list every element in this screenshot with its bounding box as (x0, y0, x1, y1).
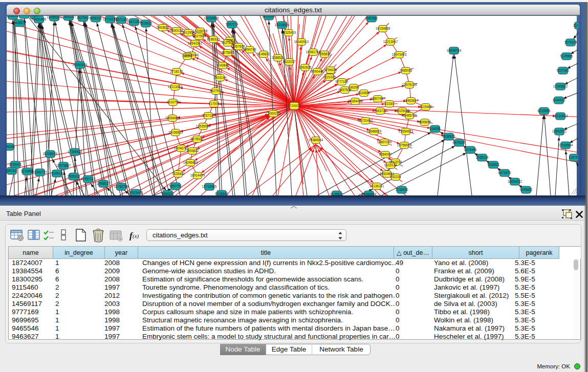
svg-text:2803144: 2803144 (214, 76, 227, 79)
svg-text:10543362: 10543362 (188, 41, 203, 45)
svg-text:9384067: 9384067 (379, 152, 392, 156)
svg-text:13535934: 13535934 (196, 124, 211, 128)
svg-text:3493822: 3493822 (186, 149, 199, 152)
svg-text:16640910: 16640910 (294, 40, 309, 43)
svg-text:7485063: 7485063 (400, 69, 412, 72)
svg-text:8186323: 8186323 (207, 37, 220, 41)
svg-text:1362635: 1362635 (299, 65, 312, 69)
svg-text:5578332: 5578332 (191, 137, 204, 141)
svg-text:8813054: 8813054 (263, 16, 275, 18)
svg-text:1724007: 1724007 (288, 104, 301, 107)
svg-text:3624554: 3624554 (358, 91, 371, 95)
svg-text:2646091: 2646091 (7, 145, 15, 148)
svg-text:12975125: 12975125 (402, 83, 417, 86)
svg-text:15300275: 15300275 (266, 112, 281, 115)
svg-text:98961: 98961 (183, 54, 192, 58)
svg-text:1621025: 1621025 (323, 75, 336, 79)
svg-text:17957223: 17957223 (81, 177, 96, 181)
svg-text:1117352: 1117352 (573, 24, 578, 27)
svg-text:1588520: 1588520 (272, 56, 285, 59)
svg-text:252234: 252234 (390, 175, 401, 179)
svg-text:10807487: 10807487 (371, 97, 385, 100)
svg-text:3267110: 3267110 (202, 114, 215, 117)
svg-text:19463627: 19463627 (404, 99, 419, 102)
svg-text:8938923: 8938923 (443, 135, 455, 138)
svg-text:7357274: 7357274 (226, 23, 238, 26)
svg-text:9899695: 9899695 (419, 120, 431, 124)
svg-text:2505115: 2505115 (68, 174, 80, 178)
svg-text:2087682: 2087682 (365, 16, 378, 20)
svg-text:12213967: 12213967 (383, 40, 398, 43)
svg-text:19654985: 19654985 (165, 116, 180, 120)
svg-text:13654923: 13654923 (399, 129, 413, 133)
svg-text:1935001: 1935001 (9, 163, 22, 166)
svg-text:8454749: 8454749 (244, 48, 256, 51)
svg-text:16210643: 16210643 (553, 114, 568, 118)
svg-text:16033809: 16033809 (204, 16, 219, 20)
svg-text:17359928: 17359928 (68, 150, 82, 154)
svg-text:14136141: 14136141 (369, 184, 384, 188)
svg-text:1610755: 1610755 (167, 100, 180, 104)
svg-text:19384554: 19384554 (309, 138, 323, 142)
svg-text:8126644: 8126644 (215, 192, 228, 195)
svg-text:9115460: 9115460 (420, 105, 432, 108)
svg-text:1405572: 1405572 (13, 21, 26, 25)
svg-text:9242848: 9242848 (216, 63, 229, 67)
svg-text:20206576: 20206576 (43, 152, 58, 156)
svg-text:116753: 116753 (569, 156, 578, 159)
svg-text:13226058: 13226058 (193, 29, 208, 33)
svg-text:9327505: 9327505 (222, 41, 234, 45)
svg-text:10154808: 10154808 (376, 27, 390, 30)
svg-text:18807249: 18807249 (377, 140, 392, 144)
svg-text:10025438: 10025438 (395, 109, 410, 113)
svg-text:6466160: 6466160 (90, 16, 102, 20)
svg-text:7355812: 7355812 (318, 52, 331, 56)
svg-text:12213383: 12213383 (168, 85, 183, 89)
svg-text:10654112: 10654112 (508, 180, 522, 183)
svg-text:14099483: 14099483 (183, 161, 198, 164)
svg-text:6479197: 6479197 (453, 141, 466, 144)
svg-text:62160: 62160 (385, 102, 394, 105)
svg-text:12093822: 12093822 (553, 84, 568, 88)
svg-text:16782759: 16782759 (114, 185, 129, 188)
svg-text:19218506: 19218506 (275, 23, 290, 27)
svg-text:9857791: 9857791 (169, 184, 182, 188)
svg-text:114513: 114513 (52, 171, 62, 175)
svg-text:8215955: 8215955 (538, 109, 551, 113)
svg-text:9129966: 9129966 (560, 54, 573, 58)
svg-text:1575104: 1575104 (564, 40, 577, 44)
svg-text:13325419: 13325419 (281, 31, 296, 34)
svg-text:20364436: 20364436 (348, 99, 363, 103)
svg-text:20053346: 20053346 (73, 63, 88, 67)
svg-text:16055327: 16055327 (47, 16, 62, 19)
svg-text:7632621: 7632621 (487, 163, 500, 166)
svg-text:17016504: 17016504 (558, 143, 573, 147)
svg-text:7463822: 7463822 (157, 26, 169, 29)
svg-text:9135522: 9135522 (331, 192, 343, 195)
svg-text:9464312: 9464312 (162, 192, 175, 195)
svg-text:20691406: 20691406 (32, 17, 47, 21)
svg-text:(x): (x) (133, 233, 139, 239)
svg-text:1955327: 1955327 (29, 16, 41, 17)
svg-text:15720407: 15720407 (358, 119, 373, 122)
svg-text:19756928: 19756928 (397, 143, 412, 147)
svg-text:9245652: 9245652 (520, 188, 533, 191)
svg-text:1615132: 1615132 (384, 163, 397, 167)
svg-text:10975887: 10975887 (56, 164, 71, 167)
svg-text:8471676: 8471676 (498, 171, 511, 174)
svg-text:7515525: 7515525 (140, 21, 153, 25)
svg-text:1244413: 1244413 (553, 98, 565, 102)
svg-text:8660124: 8660124 (170, 29, 183, 32)
svg-text:15716485: 15716485 (202, 185, 217, 188)
svg-text:10653267: 10653267 (61, 16, 76, 18)
svg-text:1527602: 1527602 (77, 16, 90, 19)
svg-text:16914479: 16914479 (190, 173, 205, 177)
svg-text:9227342: 9227342 (557, 69, 570, 72)
svg-text:15692971: 15692971 (552, 129, 567, 133)
svg-text:1215682: 1215682 (21, 169, 34, 173)
svg-text:10973493: 10973493 (392, 53, 407, 56)
svg-text:7625402: 7625402 (172, 172, 185, 176)
svg-text:10089534: 10089534 (362, 192, 377, 195)
svg-text:9146821: 9146821 (257, 52, 270, 56)
svg-text:16648784: 16648784 (447, 49, 462, 52)
